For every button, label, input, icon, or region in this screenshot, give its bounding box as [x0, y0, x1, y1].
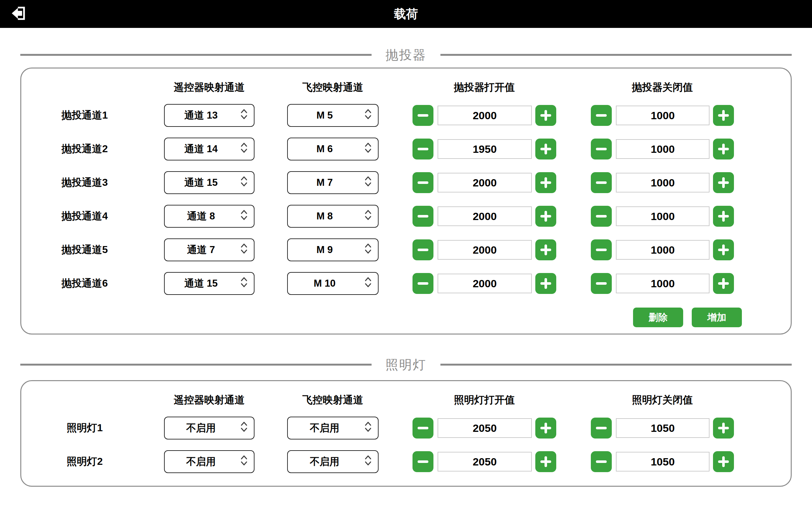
- plus-button[interactable]: [535, 417, 556, 439]
- minus-icon: [595, 176, 608, 189]
- close-value-input[interactable]: [616, 240, 710, 260]
- rc-channel-select[interactable]: 通道 14: [164, 137, 254, 160]
- thrower-rows: 抛投通道1 通道 13 M 5: [21, 104, 791, 295]
- row-label: 抛投通道1: [21, 108, 148, 122]
- thrower-actions: 删除 增加: [21, 307, 742, 327]
- minus-button[interactable]: [591, 172, 612, 193]
- fc-channel-select[interactable]: M 9: [287, 238, 378, 261]
- page-title: 载荷: [0, 6, 812, 22]
- plus-icon: [540, 176, 552, 189]
- plus-button[interactable]: [713, 451, 734, 472]
- table-row: 照明灯2 不启用 不启用: [21, 450, 791, 473]
- plus-button[interactable]: [535, 138, 556, 160]
- plus-button[interactable]: [535, 105, 556, 126]
- plus-button[interactable]: [713, 206, 734, 227]
- close-value-input[interactable]: [616, 139, 710, 159]
- close-value-input[interactable]: [616, 173, 710, 192]
- minus-button[interactable]: [591, 105, 612, 126]
- open-value-input[interactable]: [438, 139, 532, 159]
- fc-channel-value: M 9: [316, 244, 349, 256]
- close-value-stepper: [591, 417, 734, 439]
- close-value-input[interactable]: [616, 274, 710, 293]
- minus-icon: [595, 243, 608, 256]
- minus-button[interactable]: [412, 451, 434, 472]
- open-value-input[interactable]: [438, 173, 532, 192]
- table-row: 抛投通道5 通道 7 M 9: [21, 238, 791, 261]
- close-value-input[interactable]: [616, 207, 710, 226]
- delete-button[interactable]: 删除: [633, 307, 683, 327]
- open-value-input[interactable]: [438, 452, 532, 471]
- rc-channel-select[interactable]: 不启用: [164, 450, 254, 473]
- minus-button[interactable]: [591, 138, 612, 160]
- rc-channel-select[interactable]: 通道 15: [164, 272, 254, 295]
- minus-button[interactable]: [412, 417, 434, 439]
- rc-channel-select[interactable]: 通道 13: [164, 104, 254, 127]
- rc-channel-value: 不启用: [186, 455, 232, 468]
- minus-icon: [595, 210, 608, 223]
- minus-button[interactable]: [412, 239, 434, 260]
- fc-channel-select[interactable]: M 8: [287, 205, 378, 228]
- column-header-rc-channel: 遥控器映射通道: [164, 393, 254, 407]
- plus-button[interactable]: [535, 273, 556, 294]
- open-value-input[interactable]: [438, 418, 532, 438]
- rc-channel-select[interactable]: 通道 15: [164, 171, 254, 194]
- minus-icon: [417, 422, 429, 434]
- close-value-input[interactable]: [616, 452, 710, 471]
- fc-channel-select[interactable]: 不启用: [287, 450, 378, 473]
- back-button[interactable]: [9, 4, 29, 24]
- plus-button[interactable]: [713, 138, 734, 160]
- minus-button[interactable]: [591, 417, 612, 439]
- plus-button[interactable]: [713, 172, 734, 193]
- minus-button[interactable]: [412, 206, 434, 227]
- plus-button[interactable]: [713, 273, 734, 294]
- minus-icon: [595, 455, 608, 468]
- column-header-fc-channel: 飞控映射通道: [287, 393, 378, 407]
- minus-button[interactable]: [412, 172, 434, 193]
- open-value-input[interactable]: [438, 207, 532, 226]
- plus-icon: [540, 243, 552, 256]
- open-value-input[interactable]: [438, 106, 532, 125]
- table-row: 抛投通道6 通道 15 M 10: [21, 272, 791, 295]
- fc-channel-select[interactable]: M 5: [287, 104, 378, 127]
- close-value-stepper: [591, 451, 734, 472]
- plus-button[interactable]: [535, 451, 556, 472]
- column-header-close-value: 抛投器关闭值: [591, 80, 734, 95]
- rc-channel-select[interactable]: 通道 8: [164, 205, 254, 228]
- chevron-up-down-icon: [241, 455, 248, 469]
- plus-button[interactable]: [713, 105, 734, 126]
- table-row: 抛投通道1 通道 13 M 5: [21, 104, 791, 127]
- minus-button[interactable]: [412, 105, 434, 126]
- close-value-input[interactable]: [616, 106, 710, 125]
- plus-icon: [540, 277, 552, 290]
- plus-button[interactable]: [713, 239, 734, 260]
- fc-channel-value: M 5: [316, 110, 349, 121]
- minus-button[interactable]: [591, 239, 612, 260]
- plus-button[interactable]: [535, 239, 556, 260]
- add-button[interactable]: 增加: [692, 307, 742, 327]
- minus-button[interactable]: [591, 451, 612, 472]
- minus-icon: [417, 455, 429, 468]
- fc-channel-select[interactable]: M 10: [287, 272, 378, 295]
- minus-button[interactable]: [591, 206, 612, 227]
- chevron-up-down-icon: [241, 176, 248, 189]
- minus-button[interactable]: [591, 273, 612, 294]
- rc-channel-value: 不启用: [186, 421, 232, 435]
- close-value-input[interactable]: [616, 418, 710, 438]
- open-value-input[interactable]: [438, 240, 532, 260]
- minus-button[interactable]: [412, 273, 434, 294]
- fc-channel-select[interactable]: 不启用: [287, 417, 378, 440]
- minus-button[interactable]: [412, 138, 434, 160]
- rc-channel-select[interactable]: 通道 7: [164, 238, 254, 261]
- plus-button[interactable]: [535, 172, 556, 193]
- chevron-up-down-icon: [365, 176, 371, 189]
- fc-channel-select[interactable]: M 7: [287, 171, 378, 194]
- open-value-input[interactable]: [438, 274, 532, 293]
- minus-icon: [417, 176, 429, 189]
- app-bar: 载荷: [0, 0, 812, 28]
- fc-channel-select[interactable]: M 6: [287, 137, 378, 160]
- plus-button[interactable]: [713, 417, 734, 439]
- plus-button[interactable]: [535, 206, 556, 227]
- rc-channel-value: 通道 7: [187, 243, 232, 257]
- rc-channel-select[interactable]: 不启用: [164, 417, 254, 440]
- light-column-headers: 遥控器映射通道 飞控映射通道 照明灯打开值 照明灯关闭值: [21, 393, 791, 408]
